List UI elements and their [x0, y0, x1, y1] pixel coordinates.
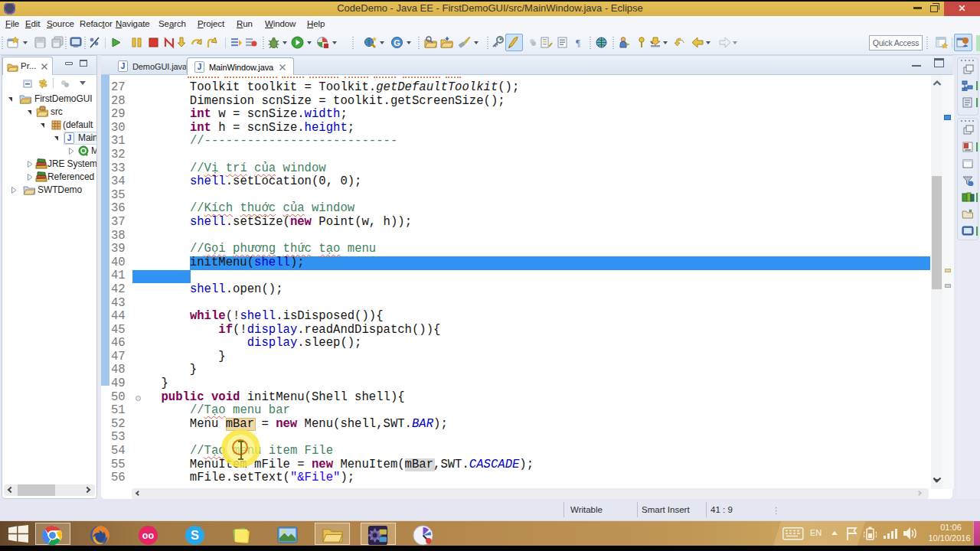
svg-text:¶: ¶ [576, 37, 580, 48]
svg-text:G: G [394, 38, 400, 47]
svg-text:S: S [191, 528, 199, 542]
svg-text:oo: oo [142, 530, 155, 541]
